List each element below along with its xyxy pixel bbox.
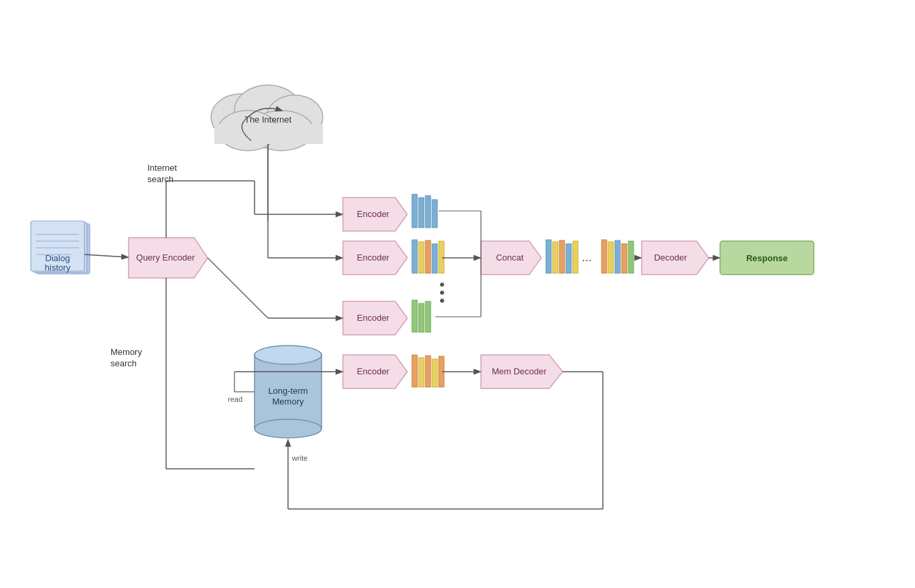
svg-rect-41 [553,242,558,273]
mem-decoder-node: Mem Decoder [481,355,563,388]
svg-rect-21 [425,196,431,228]
svg-rect-32 [419,303,424,332]
svg-point-29 [440,291,444,295]
svg-rect-35 [419,358,424,387]
memory-label2: Memory [273,396,304,407]
dialog-history-label2: history [45,263,71,273]
query-encoder-label: Query Encoder [136,252,195,263]
decoder-node: Decoder [642,241,709,275]
concat-bars-1 [546,240,578,273]
architecture-diagram: The Internet Dialog history Query Encode… [0,0,915,588]
encoder3-node: Encoder [343,301,407,335]
svg-rect-25 [425,240,431,273]
svg-rect-20 [419,198,424,228]
response-node: Response [720,241,814,275]
memory-label1: Long-term [268,386,307,396]
long-term-memory-node: Long-term Memory [255,346,322,438]
memory-search-label2: search [111,358,137,368]
svg-point-30 [440,299,444,303]
svg-rect-44 [573,241,578,273]
encoder1-node: Encoder [343,198,407,231]
feature-bars-4 [412,355,444,387]
concat-bars-2 [602,240,634,273]
svg-rect-6 [214,124,323,144]
encoder4-node: Encoder [343,355,407,388]
write-label: write [291,454,307,462]
mem-decoder-label: Mem Decoder [492,366,547,376]
dialog-history-label: Dialog [46,253,70,263]
svg-rect-26 [432,244,437,273]
svg-rect-36 [425,356,431,387]
svg-rect-0 [0,0,915,588]
feature-bars-3 [412,300,431,332]
svg-rect-34 [412,355,417,387]
svg-rect-27 [439,241,444,273]
dialog-history-node: Dialog history [31,221,90,274]
encoder4-label: Encoder [357,366,390,376]
ellipsis-dots: ... [581,250,591,264]
concat-label: Concat [496,252,524,263]
svg-rect-43 [566,244,571,273]
svg-rect-24 [419,242,424,273]
query-encoder-node: Query Encoder [129,238,208,278]
svg-rect-46 [608,242,614,273]
internet-search-label2: search [147,174,173,184]
svg-rect-37 [432,359,437,387]
internet-label: The Internet [244,115,291,125]
svg-rect-45 [602,240,607,273]
response-label: Response [746,253,788,263]
svg-rect-33 [425,301,431,332]
encoder3-label: Encoder [357,313,390,323]
svg-rect-31 [412,300,417,332]
memory-search-label: Memory [111,347,142,357]
encoder1-label: Encoder [357,209,390,219]
decoder-label: Decoder [654,252,687,263]
svg-rect-48 [622,244,627,273]
svg-rect-42 [559,240,565,273]
svg-rect-23 [412,240,417,273]
feature-bars-2 [412,240,444,273]
svg-rect-19 [412,194,417,228]
svg-point-28 [440,283,444,287]
svg-rect-49 [628,241,634,273]
vertical-dots [440,283,444,303]
svg-point-54 [255,346,322,364]
read-label: read [228,395,242,403]
internet-search-label: Internet [147,163,177,173]
svg-rect-47 [615,240,620,273]
svg-point-55 [255,419,322,438]
encoder2-label: Encoder [357,252,390,263]
encoder2-node: Encoder [343,241,407,275]
svg-rect-22 [432,200,437,228]
svg-rect-40 [546,240,551,273]
concat-node: Concat [481,241,541,275]
